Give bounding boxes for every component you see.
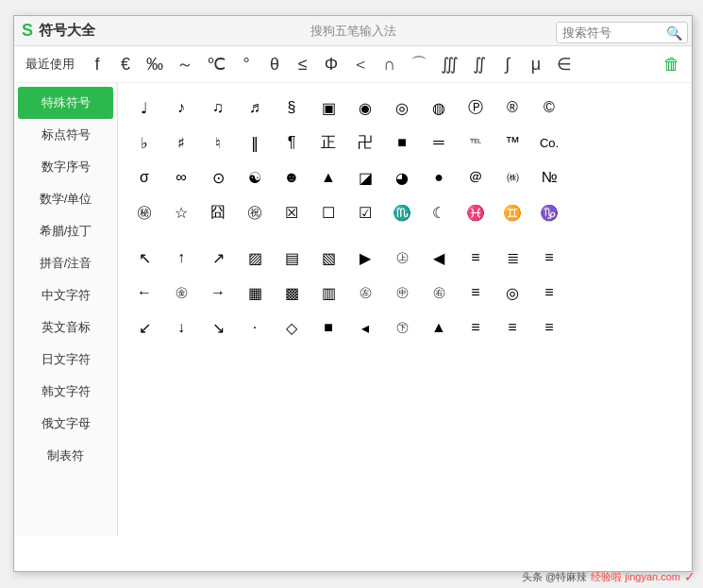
- recent-sym-degree[interactable]: °: [235, 53, 258, 76]
- sym-diamond[interactable]: ◇: [273, 311, 310, 344]
- sym-hatch6[interactable]: ▥: [310, 276, 347, 310]
- sym-capricorn[interactable]: ♑: [530, 195, 568, 229]
- sym-note2[interactable]: ♪: [162, 91, 200, 125]
- sym-target[interactable]: ◎: [494, 276, 531, 310]
- recent-sym-f[interactable]: f: [86, 53, 109, 76]
- sym-arr-downright[interactable]: ↘: [199, 311, 237, 344]
- sidebar-item-punctuation[interactable]: 标点符号: [14, 119, 117, 151]
- sym-black-square[interactable]: ■: [383, 126, 421, 160]
- sym-lines8[interactable]: ≡: [530, 311, 568, 344]
- sym-co[interactable]: Co.: [530, 126, 568, 160]
- recent-sym-in[interactable]: ∈: [553, 52, 576, 76]
- sym-pie[interactable]: ◕: [383, 160, 421, 194]
- sym-tm[interactable]: ™: [494, 126, 531, 160]
- sidebar-item-chinese[interactable]: 中文字符: [14, 279, 117, 311]
- sym-lines7[interactable]: ≡: [494, 311, 531, 344]
- sym-section[interactable]: §: [273, 91, 310, 125]
- recent-sym-arc[interactable]: ⌒: [407, 51, 431, 77]
- recent-sym-leq[interactable]: ≤: [292, 53, 314, 76]
- sidebar-item-greek[interactable]: 希腊/拉丁: [14, 215, 117, 247]
- sym-arr-upright[interactable]: ↗: [199, 241, 237, 275]
- sym-arr-downleft[interactable]: ↙: [126, 311, 163, 344]
- sym-tri-left2[interactable]: ◂: [346, 311, 384, 344]
- sym-xbox[interactable]: ☒: [273, 195, 310, 229]
- sym-sharp[interactable]: ♯: [162, 126, 200, 160]
- sym-jiong[interactable]: 囧: [199, 195, 237, 229]
- sym-circle-left[interactable]: ㊧: [346, 276, 384, 310]
- sym-note3[interactable]: ♫: [199, 91, 237, 125]
- sym-blackcircle[interactable]: ●: [420, 160, 458, 194]
- sidebar-item-phonetic[interactable]: 英文音标: [14, 311, 117, 344]
- sidebar-item-russian[interactable]: 俄文字母: [14, 408, 117, 440]
- sidebar-item-table[interactable]: 制表符: [14, 440, 117, 472]
- sym-note1[interactable]: ♩: [126, 91, 163, 125]
- sym-arr-up[interactable]: ↑: [162, 241, 200, 275]
- recent-sym-perm[interactable]: ‰: [142, 53, 167, 76]
- sym-pilcrow[interactable]: ¶: [273, 126, 310, 160]
- sym-tri-left[interactable]: ◀: [420, 241, 458, 275]
- sym-circle-right[interactable]: ㊨: [420, 276, 458, 310]
- sym-at[interactable]: ＠: [457, 160, 494, 194]
- sym-arr-left[interactable]: ←: [126, 276, 163, 310]
- sym-suncircle[interactable]: ⊙: [199, 160, 237, 194]
- sym-hatch2[interactable]: ▤: [273, 241, 310, 275]
- sym-lines6[interactable]: ≡: [457, 311, 494, 344]
- sym-tri-up2[interactable]: ▲: [420, 311, 458, 344]
- recent-sym-lt[interactable]: ＜: [348, 51, 373, 77]
- sym-pisces[interactable]: ♓: [457, 195, 494, 229]
- sym-lines3[interactable]: ≡: [530, 241, 568, 275]
- sym-dot[interactable]: ·: [236, 311, 274, 344]
- recent-sym-int[interactable]: ∫: [496, 53, 519, 76]
- recent-sym-cap[interactable]: ∩: [378, 53, 401, 76]
- sym-lines2[interactable]: ≣: [494, 241, 531, 275]
- sym-star[interactable]: ☆: [162, 195, 200, 229]
- sym-square[interactable]: ▣: [310, 91, 347, 125]
- sym-circle-cross[interactable]: ㊎: [162, 276, 200, 310]
- recent-sym-mu[interactable]: μ: [525, 53, 547, 76]
- sym-doublebar[interactable]: ‖: [236, 126, 274, 160]
- sym-scorpio[interactable]: ♏: [383, 195, 421, 229]
- sym-numero[interactable]: №: [530, 160, 568, 194]
- sidebar-item-mathunit[interactable]: 数学/单位: [14, 183, 117, 215]
- sym-tri-right[interactable]: ▶: [346, 241, 384, 275]
- sym-secret[interactable]: ㊙: [126, 195, 163, 229]
- sym-arr-down[interactable]: ↓: [162, 311, 200, 344]
- sym-circle-mid[interactable]: ㊥: [383, 276, 421, 310]
- sym-squarediag[interactable]: ◪: [346, 160, 384, 194]
- sym-check-box[interactable]: ☑: [346, 195, 384, 229]
- sym-crescent[interactable]: ☾: [420, 195, 458, 229]
- sym-lines1[interactable]: ≡: [457, 241, 494, 275]
- sym-triangle-up[interactable]: ▲: [310, 160, 347, 194]
- sidebar-item-numseq[interactable]: 数字序号: [14, 151, 117, 183]
- recent-sym-phi[interactable]: Φ: [320, 53, 343, 76]
- sym-lines4[interactable]: ≡: [457, 276, 494, 310]
- sidebar-item-pinyin[interactable]: 拼音/注音: [14, 247, 117, 279]
- sidebar-item-special[interactable]: 特殊符号: [18, 87, 113, 119]
- clear-recent-button[interactable]: 🗑: [663, 55, 680, 75]
- sym-hatch1[interactable]: ▨: [236, 241, 274, 275]
- sym-hatch5[interactable]: ▩: [273, 276, 310, 310]
- sym-natural[interactable]: ♮: [199, 126, 237, 160]
- sym-pcircle[interactable]: Ⓟ: [457, 91, 494, 125]
- sym-circle-down[interactable]: ㊦: [383, 311, 421, 344]
- sym-circle[interactable]: ◎: [383, 91, 421, 125]
- sym-empty-box[interactable]: ☐: [310, 195, 347, 229]
- sym-congratulate[interactable]: ㊗: [236, 195, 274, 229]
- sym-kabushiki[interactable]: ㈱: [494, 160, 531, 194]
- sym-double-dash[interactable]: ═: [420, 126, 458, 160]
- sym-bullseye[interactable]: ◉: [346, 91, 384, 125]
- sym-yinyang[interactable]: ☯: [236, 160, 274, 194]
- sym-dotcircle[interactable]: ◍: [420, 91, 458, 125]
- sym-gemini[interactable]: ♊: [494, 195, 531, 229]
- sym-infinity[interactable]: ∞: [162, 160, 200, 194]
- sym-swastika[interactable]: 卍: [346, 126, 384, 160]
- sym-hatch3[interactable]: ▧: [310, 241, 347, 275]
- sym-note4[interactable]: ♬: [236, 91, 274, 125]
- recent-sym-euro[interactable]: €: [114, 53, 137, 76]
- sym-arr-upleft[interactable]: ↖: [126, 241, 163, 275]
- recent-sym-int3[interactable]: ∭: [437, 52, 462, 76]
- sym-flat[interactable]: ♭: [126, 126, 163, 160]
- recent-sym-theta[interactable]: θ: [263, 53, 286, 76]
- recent-sym-int2[interactable]: ∬: [468, 52, 491, 76]
- recent-sym-celsius[interactable]: ℃: [203, 52, 229, 76]
